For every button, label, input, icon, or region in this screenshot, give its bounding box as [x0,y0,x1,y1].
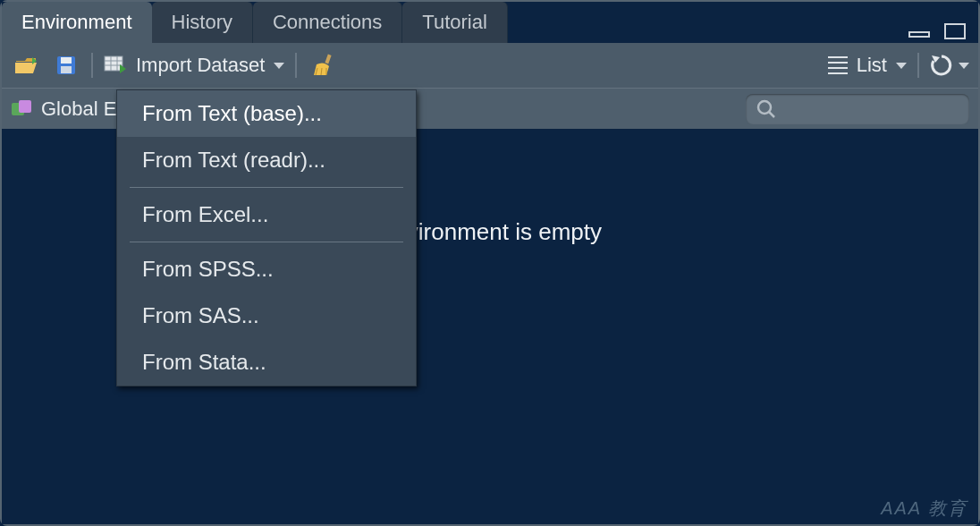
svg-rect-0 [909,32,929,37]
environment-scope-icon [11,99,32,119]
toolbar-divider [91,53,93,78]
pane-tabs: Environment History Connections Tutorial [2,2,978,43]
menu-from-text-readr[interactable]: From Text (readr)... [117,137,416,183]
maximize-pane-icon[interactable] [942,21,969,41]
menu-from-stata[interactable]: From Stata... [117,339,416,386]
svg-rect-3 [61,57,72,64]
menu-separator [130,187,403,188]
svg-line-17 [769,112,774,117]
list-lines-icon [828,56,848,74]
menu-from-spss[interactable]: From SPSS... [117,246,416,293]
menu-from-excel[interactable]: From Excel... [117,191,416,238]
svg-rect-1 [945,24,965,38]
save-workspace-button[interactable] [52,49,80,81]
caret-down-icon [959,63,969,69]
refresh-button[interactable] [930,54,969,77]
clear-workspace-button[interactable] [308,49,340,81]
toolbar-divider [295,53,297,78]
tab-history[interactable]: History [152,2,253,43]
import-dataset-label: Import Dataset [136,54,265,77]
rstudio-environment-panel: Environment History Connections Tutorial [0,0,980,526]
caret-down-icon [274,63,284,69]
menu-from-text-base[interactable]: From Text (base)... [117,90,416,137]
svg-rect-15 [19,100,31,113]
svg-rect-10 [325,55,332,64]
menu-separator [130,242,403,242]
folder-open-icon [14,55,39,75]
toolbar-divider [917,53,919,78]
toolbar-right: List [828,53,969,78]
view-mode-button[interactable]: List [828,54,907,77]
tab-tutorial[interactable]: Tutorial [402,2,508,43]
menu-from-sas[interactable]: From SAS... [117,293,416,339]
svg-rect-4 [61,66,72,73]
pane-window-controls [907,21,978,43]
broom-icon [311,54,336,77]
import-dataset-menu: From Text (base)... From Text (readr)...… [116,89,417,386]
minimize-pane-icon[interactable] [907,21,934,41]
save-icon [55,55,77,76]
tab-environment[interactable]: Environment [2,2,152,43]
open-workspace-button[interactable] [11,49,43,81]
tab-connections[interactable]: Connections [253,2,402,43]
environment-search-input[interactable] [746,94,969,124]
search-icon [756,99,776,119]
import-dataset-button[interactable]: Import Dataset [104,54,284,77]
svg-point-16 [758,101,771,114]
environment-toolbar: Import Dataset List [2,43,978,88]
caret-down-icon [896,63,907,69]
grid-import-icon [104,55,127,75]
watermark-text: AAA 教育 [881,496,967,521]
refresh-icon [930,54,953,77]
view-mode-label: List [857,54,887,77]
